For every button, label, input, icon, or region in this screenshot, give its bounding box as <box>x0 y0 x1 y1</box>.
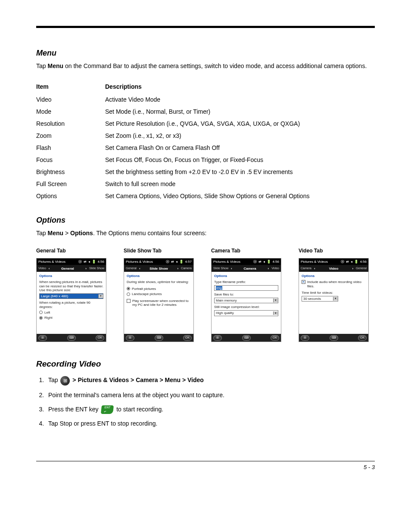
radio-portrait[interactable]: Portrait pictures <box>127 287 191 291</box>
screensaver-checkbox[interactable]: Play screensaver when connected to my PC… <box>127 299 191 307</box>
text: When sending pictures in e-mail, picture… <box>39 280 103 292</box>
nav-right[interactable]: Video <box>271 267 279 270</box>
radio-label: Right <box>44 316 53 320</box>
general-screenshot: Pictures & Videos ⓐ ⇄ ◂ 🔋 4:56 Video ‹ G… <box>36 258 106 342</box>
nav-left[interactable]: Camera <box>301 267 311 270</box>
filename-prefix-field[interactable]: img <box>214 285 278 291</box>
chevron-left-icon[interactable]: ‹ <box>137 267 143 271</box>
status-icons: ⓐ ⇄ ◂ 🔋 <box>341 260 359 264</box>
text: During slide shows, optimize for viewing… <box>127 280 191 284</box>
cell: Set Mode (i.e., Normal, Burst, or Timer) <box>105 106 375 118</box>
ok-button[interactable]: OK <box>271 335 279 341</box>
table-row: Full ScreenSwitch to full screen mode <box>36 178 375 190</box>
cell: Activate Video Mode <box>105 93 375 106</box>
nav-center: General <box>52 267 83 271</box>
nav-right[interactable]: General <box>356 267 367 270</box>
video-tab-column: Video Tab Pictures & Videos ⓐ ⇄ ◂ 🔋 4:56… <box>299 248 369 342</box>
text: to start recording. <box>115 406 163 413</box>
field-value: img <box>216 286 222 290</box>
radio-left[interactable]: Left <box>39 311 103 315</box>
status-icons: ⓐ ⇄ ◂ 🔋 <box>253 260 272 264</box>
nav-right[interactable]: Camera <box>181 267 192 270</box>
cell: Set Camera Options, Video Options, Slide… <box>105 190 375 202</box>
time-limit-dropdown[interactable]: 30 seconds▾ <box>302 296 338 302</box>
text: on the Command Bar to adjust the camera … <box>63 62 367 69</box>
radio-label: Left <box>44 311 50 315</box>
text: Options <box>70 230 93 236</box>
ok-button[interactable]: OK <box>96 335 104 341</box>
options-tabs-row: General Tab Pictures & Videos ⓐ ⇄ ◂ 🔋 4:… <box>36 248 375 342</box>
checkbox-label: Include audio when recording video files… <box>307 280 366 288</box>
dropdown-value: High quality <box>216 311 234 315</box>
keyboard-icon[interactable]: ⌨ <box>155 335 163 341</box>
table-row: FlashSet Camera Flash On or Camera Flash… <box>36 142 375 154</box>
audio-checkbox[interactable]: ✕Include audio when recording video file… <box>302 280 366 288</box>
options-link[interactable]: Options <box>214 274 278 278</box>
cell: Flash <box>36 142 105 154</box>
device-title: Pictures & Videos <box>126 260 153 264</box>
slideshow-screenshot: Pictures & Videos ⓐ ⇄ ◂ 🔋 4:57 General ‹… <box>124 258 194 342</box>
chevron-right-icon[interactable]: › <box>83 267 89 271</box>
keyboard-icon[interactable]: ⌨ <box>242 335 251 341</box>
device-title: Pictures & Videos <box>213 260 240 264</box>
options-heading: Options <box>36 216 375 225</box>
chevron-left-icon[interactable]: ‹ <box>228 267 235 271</box>
checkbox-label: Play screensaver when connected to my PC… <box>132 299 191 307</box>
ok-button[interactable]: OK <box>183 335 192 341</box>
video-screenshot: Pictures & Videos ⓐ ⇄ ◂ 🔋 4:56 Camera ‹ … <box>299 258 369 342</box>
menu-intro: Tap Menu on the Command Bar to adjust th… <box>36 62 375 70</box>
chevron-right-icon[interactable]: › <box>349 267 356 271</box>
cell: Switch to full screen mode <box>105 178 375 190</box>
start-icon[interactable]: ⊞ <box>213 335 222 341</box>
cell: Set Picture Resolution (i.e., QVGA, VGA,… <box>105 118 375 130</box>
table-row: VideoActivate Video Mode <box>36 93 375 106</box>
table-row: BrightnessSet the brightness setting fro… <box>36 166 375 178</box>
cell: Mode <box>36 106 105 118</box>
chevron-down-icon[interactable]: ▾ <box>273 299 278 302</box>
dropdown-value: Main memory <box>216 299 237 303</box>
nav-left[interactable]: General <box>126 267 137 270</box>
nav-right[interactable]: Slide Show <box>89 267 104 270</box>
ok-button[interactable]: OK <box>358 335 367 341</box>
cell: Zoom <box>36 130 105 142</box>
options-link[interactable]: Options <box>39 274 103 278</box>
cell: Brightness <box>36 166 105 178</box>
recording-heading: Recording Video <box>36 359 375 369</box>
chevron-down-icon[interactable]: ▾ <box>273 311 278 315</box>
cell: Set the brightness setting from +2.0 EV … <box>105 166 375 178</box>
start-icon[interactable]: ⊞ <box>38 335 47 341</box>
cell: Full Screen <box>36 178 105 190</box>
options-link[interactable]: Options <box>127 274 191 278</box>
cell: Video <box>36 93 105 106</box>
menu-heading: Menu <box>36 49 375 58</box>
step-3: Press the ENT key ENT↵ to start recordin… <box>46 402 375 417</box>
chevron-down-icon[interactable]: ▾ <box>333 297 338 300</box>
radio-landscape[interactable]: Landscape pictures <box>127 292 191 296</box>
keyboard-icon[interactable]: ⌨ <box>330 335 338 341</box>
page-number: 5 - 3 <box>36 461 375 470</box>
chevron-right-icon[interactable]: › <box>174 267 181 271</box>
table-row: FocusSet Focus Off, Focus On, Focus on T… <box>36 154 375 166</box>
nav-left[interactable]: Video <box>38 267 46 270</box>
picture-size-dropdown[interactable]: Large (640 x 480) ▾ <box>39 293 103 299</box>
chevron-left-icon[interactable]: ‹ <box>311 267 318 271</box>
chevron-down-icon[interactable]: ▾ <box>98 294 103 298</box>
text: . The Options menu contains four screens… <box>93 230 207 236</box>
table-row: OptionsSet Camera Options, Video Options… <box>36 190 375 202</box>
start-icon[interactable]: ⊞ <box>301 335 309 341</box>
chevron-left-icon[interactable]: ‹ <box>46 267 53 271</box>
status-icons: ⓐ ⇄ ◂ 🔋 <box>78 260 97 264</box>
radio-right[interactable]: Right <box>39 316 103 320</box>
text: Tap <box>36 62 47 69</box>
keyboard-icon[interactable]: ⌨ <box>67 335 76 341</box>
chevron-right-icon[interactable]: › <box>265 267 272 271</box>
start-icon[interactable]: ⊞ <box>126 335 134 341</box>
device-time: 4:56 <box>360 260 367 264</box>
options-intro: Tap Menu > Options. The Options menu con… <box>36 229 375 237</box>
device-time: 4:56 <box>272 260 279 264</box>
nav-left[interactable]: Slide Show <box>213 267 228 270</box>
compression-dropdown[interactable]: High quality▾ <box>214 310 278 316</box>
cell: Set Camera Flash On or Camera Flash Off <box>105 142 375 154</box>
save-location-dropdown[interactable]: Main memory▾ <box>214 298 278 304</box>
options-link[interactable]: Options <box>302 274 366 278</box>
